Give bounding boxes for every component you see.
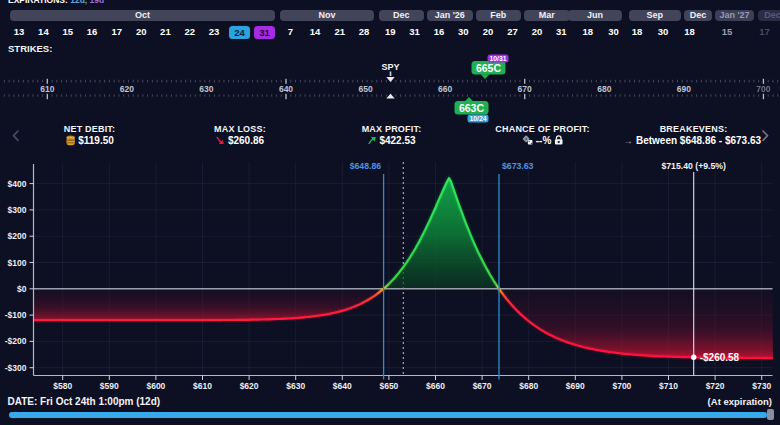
svg-text:$730: $730 [752, 381, 771, 391]
svg-text:630: 630 [199, 84, 213, 94]
svg-text:$600: $600 [146, 381, 165, 391]
svg-text:663C: 663C [459, 102, 485, 114]
svg-text:-$200: -$200 [5, 336, 27, 346]
svg-text:620: 620 [120, 84, 134, 94]
svg-text:$700: $700 [612, 381, 631, 391]
svg-text:$670: $670 [473, 381, 492, 391]
svg-text:610: 610 [40, 84, 54, 94]
svg-text:-$100: -$100 [5, 310, 27, 320]
svg-text:$690: $690 [566, 381, 585, 391]
svg-text:$590: $590 [100, 381, 119, 391]
svg-text:SPY: SPY [381, 62, 399, 72]
svg-text:-$300: -$300 [5, 363, 27, 373]
svg-text:$680: $680 [519, 381, 538, 391]
svg-text:650: 650 [359, 84, 373, 94]
svg-text:$610: $610 [193, 381, 212, 391]
svg-text:$650: $650 [379, 381, 398, 391]
svg-text:665C: 665C [476, 62, 502, 74]
svg-text:$0: $0 [17, 284, 27, 294]
svg-text:$620: $620 [240, 381, 259, 391]
svg-text:$648.86: $648.86 [350, 161, 382, 171]
svg-text:10/31: 10/31 [489, 55, 506, 62]
svg-text:660: 660 [438, 84, 452, 94]
svg-text:$640: $640 [333, 381, 352, 391]
svg-text:10/24: 10/24 [469, 115, 486, 122]
svg-text:700: 700 [756, 84, 770, 94]
svg-text:$400: $400 [8, 179, 27, 189]
svg-text:$673.63: $673.63 [502, 161, 534, 171]
svg-text:-$260.58: -$260.58 [700, 352, 740, 363]
svg-text:640: 640 [279, 84, 293, 94]
svg-text:$200: $200 [8, 231, 27, 241]
svg-text:$580: $580 [53, 381, 72, 391]
svg-text:$720: $720 [706, 381, 725, 391]
svg-text:690: 690 [677, 84, 691, 94]
svg-text:670: 670 [518, 84, 532, 94]
svg-text:680: 680 [597, 84, 611, 94]
svg-text:$630: $630 [286, 381, 305, 391]
svg-text:$300: $300 [8, 205, 27, 215]
svg-text:$715.40 (+9.5%): $715.40 (+9.5%) [661, 161, 726, 171]
svg-text:$100: $100 [8, 258, 27, 268]
svg-text:$660: $660 [426, 381, 445, 391]
svg-text:$710: $710 [659, 381, 678, 391]
